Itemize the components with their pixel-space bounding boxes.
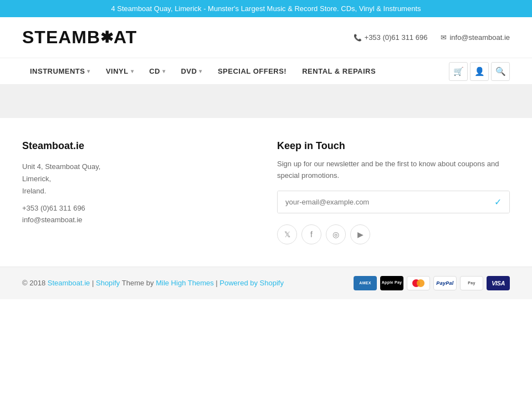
address-line2: Limerick, <box>22 175 51 183</box>
main-content-area <box>0 85 532 118</box>
social-icons: 𝕏 f ◎ ▶ <box>277 224 510 244</box>
footer-left: Steamboat.ie Unit 4, Steamboat Quay, Lim… <box>22 140 255 244</box>
powered-by-shopify-link[interactable]: Powered by Shopify <box>219 279 284 287</box>
visa-payment-icon: VISA <box>487 276 510 290</box>
copyright-year: © 2018 <box>22 279 45 287</box>
logo-text-before: STEAMB <box>22 27 100 48</box>
footer-brand-name: Steamboat.ie <box>22 140 255 152</box>
top-banner: 4 Steamboat Quay, Limerick - Munster's L… <box>0 0 532 17</box>
search-button[interactable]: 🔍 <box>491 62 510 81</box>
payment-icons: AMEX Apple Pay PayPal Pay VISA <box>354 276 510 290</box>
footer-phone: +353 (0)61 311 696 <box>22 204 255 212</box>
steamboat-link[interactable]: Steamboat.ie <box>48 279 90 287</box>
instagram-social-icon[interactable]: ◎ <box>326 224 346 244</box>
footer-section-title: Keep in Touch <box>277 140 510 152</box>
footer-right: Keep in Touch Sign up for our newsletter… <box>277 140 510 244</box>
nav-items: INSTRUMENTS ▾ VINYL ▾ CD ▾ DVD ▾ SPECIAL… <box>22 58 449 84</box>
newsletter-email-input[interactable] <box>278 191 487 213</box>
footer-address: Unit 4, Steamboat Quay, Limerick, Irelan… <box>22 161 255 197</box>
newsletter-form: ✓ <box>277 191 510 213</box>
nav-item-cd[interactable]: CD ▾ <box>141 58 173 84</box>
footer-copyright: © 2018 Steamboat.ie | Shopify Theme by M… <box>22 279 284 287</box>
youtube-social-icon[interactable]: ▶ <box>350 224 370 244</box>
facebook-social-icon[interactable]: f <box>301 224 321 244</box>
paypal-payment-icon: PayPal <box>433 276 457 290</box>
logo[interactable]: STEAMB✱AT <box>22 27 137 48</box>
header-contact: +353 (0)61 311 696 info@steamboat.ie <box>354 33 510 42</box>
nav-icons: 🛒 👤 🔍 <box>449 62 510 81</box>
nav-item-instruments[interactable]: INSTRUMENTS ▾ <box>22 58 98 84</box>
phone-contact: +353 (0)61 311 696 <box>354 33 428 42</box>
applepay2-payment-icon: Pay <box>460 276 483 290</box>
logo-text-after: AT <box>114 27 137 48</box>
main-nav: INSTRUMENTS ▾ VINYL ▾ CD ▾ DVD ▾ SPECIAL… <box>0 58 532 85</box>
applepay-payment-icon: Apple Pay <box>380 276 403 290</box>
cart-button[interactable]: 🛒 <box>449 62 468 81</box>
footer-email: info@steamboat.ie <box>22 216 255 224</box>
mile-high-themes-link[interactable]: Mile High Themes <box>156 279 214 287</box>
logo-star-icon: ✱ <box>100 28 114 47</box>
email-contact: info@steamboat.ie <box>441 33 510 42</box>
shopify-link[interactable]: Shopify <box>96 279 120 287</box>
theme-text: Theme by <box>122 279 156 287</box>
nav-item-special-offers[interactable]: SPECIAL OFFERS! <box>210 58 294 84</box>
email-icon <box>441 33 447 42</box>
address-line1: Unit 4, Steamboat Quay, <box>22 162 100 171</box>
account-button[interactable]: 👤 <box>470 62 489 81</box>
chevron-down-icon: ▾ <box>87 68 90 74</box>
banner-text: 4 Steamboat Quay, Limerick - Munster's L… <box>111 4 421 13</box>
footer-bottom: © 2018 Steamboat.ie | Shopify Theme by M… <box>0 267 532 299</box>
mastercard-payment-icon <box>407 276 430 290</box>
chevron-down-icon: ▾ <box>199 68 202 74</box>
chevron-down-icon: ▾ <box>162 68 166 74</box>
nav-item-vinyl[interactable]: VINYL ▾ <box>98 58 141 84</box>
newsletter-submit-button[interactable]: ✓ <box>487 191 509 213</box>
amex-payment-icon: AMEX <box>354 276 377 290</box>
twitter-social-icon[interactable]: 𝕏 <box>277 224 297 244</box>
separator1: | <box>92 279 96 287</box>
nav-item-rental-repairs[interactable]: RENTAL & REPAIRS <box>294 58 383 84</box>
address-line3: Ireland. <box>22 187 46 195</box>
footer-main: Steamboat.ie Unit 4, Steamboat Quay, Lim… <box>0 118 532 267</box>
chevron-down-icon: ▾ <box>131 68 134 74</box>
phone-icon <box>354 34 362 42</box>
phone-number: +353 (0)61 311 696 <box>365 33 428 42</box>
email-address: info@steamboat.ie <box>449 33 510 42</box>
nav-item-dvd[interactable]: DVD ▾ <box>173 58 209 84</box>
header: STEAMB✱AT +353 (0)61 311 696 info@steamb… <box>0 17 532 58</box>
footer-newsletter-desc: Sign up for our newsletter and be the fi… <box>277 158 510 182</box>
